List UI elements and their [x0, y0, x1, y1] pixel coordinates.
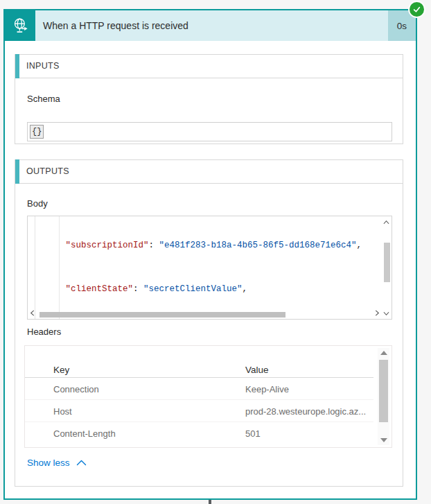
trigger-title[interactable]: When a HTTP request is received: [35, 10, 388, 41]
inputs-section-header: INPUTS: [15, 55, 403, 78]
outputs-accent-bar: [15, 159, 19, 184]
triangle-up-icon[interactable]: [380, 351, 387, 355]
column-header-value: Value: [245, 364, 269, 374]
show-less-link[interactable]: Show less: [27, 458, 87, 468]
run-success-badge: [408, 1, 425, 18]
table-vertical-scrollbar[interactable]: [378, 348, 389, 445]
outputs-section-header: OUTPUTS: [15, 160, 403, 184]
body-code-viewer[interactable]: "subscriptionId": "e481f283-b18a-4b65-86…: [27, 216, 392, 320]
chevron-up-icon[interactable]: [383, 218, 389, 226]
table-row: Connection Keep-Alive: [25, 378, 373, 400]
triangle-down-icon[interactable]: [380, 438, 387, 442]
chevron-left-icon[interactable]: [30, 310, 35, 318]
check-icon: [412, 5, 421, 14]
chevron-right-icon[interactable]: [375, 310, 380, 318]
http-globe-icon: [11, 17, 30, 35]
body-label: Body: [27, 198, 48, 209]
table-scrollbar-thumb[interactable]: [379, 360, 388, 422]
trigger-card: When a HTTP request is received 0s INPUT…: [3, 9, 417, 500]
table-row: Content-Length 501: [25, 422, 373, 444]
code-line: "subscriptionId": "e481f283-b18a-4b65-86…: [39, 238, 392, 253]
flow-connector-stub: [209, 500, 211, 504]
column-header-key: Key: [53, 364, 69, 374]
code-line: "clientState": "secretClientValue",: [39, 282, 392, 297]
horizontal-scrollbar-thumb[interactable]: [39, 312, 285, 318]
vertical-scrollbar-thumb[interactable]: [384, 243, 390, 282]
headers-label: Headers: [27, 327, 61, 337]
inputs-section: INPUTS Schema {}: [15, 54, 403, 144]
chevron-down-icon[interactable]: [383, 310, 389, 318]
headers-table[interactable]: Key Value Connection Keep-Alive Host pro…: [24, 345, 392, 448]
show-less-label: Show less: [27, 458, 70, 468]
schema-label: Schema: [27, 94, 60, 104]
trigger-card-header[interactable]: When a HTTP request is received 0s: [5, 10, 416, 41]
outputs-section-label: OUTPUTS: [26, 166, 69, 176]
schema-value-token: {}: [30, 125, 44, 139]
headers-table-column-row: Key Value: [25, 361, 373, 378]
chevron-up-icon: [76, 460, 87, 466]
inputs-accent-bar: [15, 54, 19, 78]
schema-field[interactable]: {}: [27, 122, 392, 141]
body-json-content: "subscriptionId": "e481f283-b18a-4b65-86…: [35, 216, 392, 320]
inputs-section-label: INPUTS: [26, 61, 60, 71]
outputs-section: OUTPUTS Body "subscriptionId": "e481f283…: [15, 159, 403, 487]
http-trigger-icon-cell: [5, 10, 35, 41]
flow-run-detail-pane: When a HTTP request is received 0s INPUT…: [0, 0, 431, 504]
table-row: Host prod-28.westeurope.logic.az...: [25, 400, 373, 422]
